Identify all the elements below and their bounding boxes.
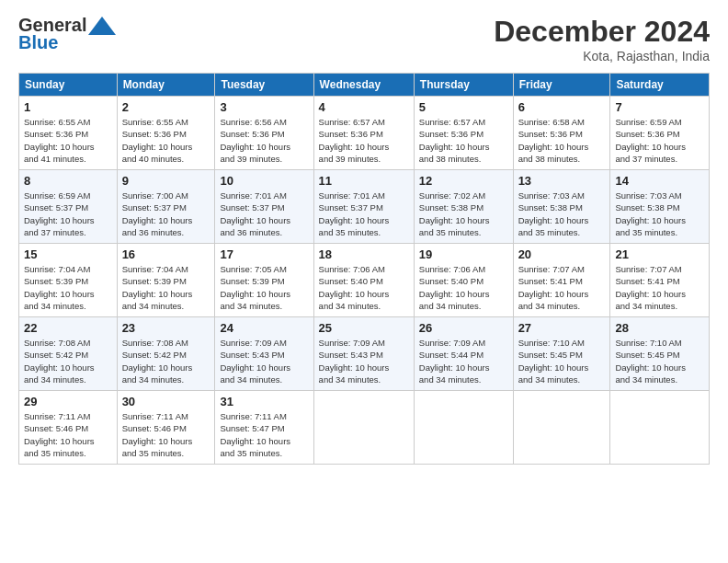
calendar-cell: 31Sunrise: 7:11 AMSunset: 5:47 PMDayligh… (215, 391, 313, 465)
day-number: 15 (24, 247, 112, 261)
day-number: 3 (220, 100, 308, 114)
day-info: Sunrise: 7:08 AMSunset: 5:42 PMDaylight:… (24, 337, 112, 385)
day-number: 22 (24, 321, 112, 335)
day-info: Sunrise: 7:04 AMSunset: 5:39 PMDaylight:… (24, 263, 112, 312)
calendar-cell: 5Sunrise: 6:57 AMSunset: 5:36 PMDaylight… (414, 97, 513, 170)
calendar-cell (513, 391, 610, 465)
calendar-cell: 8Sunrise: 6:59 AMSunset: 5:37 PMDaylight… (19, 170, 118, 244)
day-number: 18 (319, 247, 409, 261)
header-row: Sunday Monday Tuesday Wednesday Thursday… (19, 74, 710, 97)
logo: General Blue (18, 15, 116, 53)
day-info: Sunrise: 7:02 AMSunset: 5:38 PMDaylight:… (419, 190, 508, 238)
logo-icon (88, 17, 116, 35)
header: General Blue December 2024 Kota, Rajasth… (18, 15, 710, 63)
main-title: December 2024 (494, 15, 710, 49)
calendar-cell (313, 391, 414, 465)
day-info: Sunrise: 7:01 AMSunset: 5:37 PMDaylight:… (319, 190, 409, 238)
calendar-cell: 13Sunrise: 7:03 AMSunset: 5:38 PMDayligh… (513, 170, 610, 244)
calendar-cell: 10Sunrise: 7:01 AMSunset: 5:37 PMDayligh… (215, 170, 313, 244)
day-info: Sunrise: 7:09 AMSunset: 5:43 PMDaylight:… (220, 337, 308, 385)
day-info: Sunrise: 6:59 AMSunset: 5:36 PMDaylight:… (615, 116, 704, 165)
day-number: 5 (419, 100, 508, 114)
day-number: 13 (518, 174, 606, 188)
day-number: 16 (122, 247, 210, 261)
calendar-week-4: 22Sunrise: 7:08 AMSunset: 5:42 PMDayligh… (19, 317, 710, 391)
title-block: December 2024 Kota, Rajasthan, India (494, 15, 710, 63)
col-wednesday: Wednesday (313, 74, 414, 97)
day-info: Sunrise: 7:07 AMSunset: 5:41 PMDaylight:… (615, 263, 704, 312)
day-info: Sunrise: 7:03 AMSunset: 5:38 PMDaylight:… (615, 190, 704, 238)
calendar-header: Sunday Monday Tuesday Wednesday Thursday… (19, 74, 710, 97)
day-number: 1 (24, 100, 112, 114)
calendar-week-3: 15Sunrise: 7:04 AMSunset: 5:39 PMDayligh… (19, 244, 710, 317)
day-info: Sunrise: 6:56 AMSunset: 5:36 PMDaylight:… (220, 116, 308, 165)
calendar-cell: 12Sunrise: 7:02 AMSunset: 5:38 PMDayligh… (414, 170, 513, 244)
calendar-cell: 27Sunrise: 7:10 AMSunset: 5:45 PMDayligh… (513, 317, 610, 391)
day-number: 30 (122, 395, 210, 408)
day-number: 19 (419, 247, 508, 261)
day-number: 9 (122, 174, 210, 188)
day-info: Sunrise: 6:58 AMSunset: 5:36 PMDaylight:… (518, 116, 606, 165)
calendar-cell: 2Sunrise: 6:55 AMSunset: 5:36 PMDaylight… (117, 97, 215, 170)
day-number: 10 (220, 174, 308, 188)
calendar-cell: 14Sunrise: 7:03 AMSunset: 5:38 PMDayligh… (610, 170, 710, 244)
day-number: 17 (220, 247, 308, 261)
col-monday: Monday (117, 74, 215, 97)
day-info: Sunrise: 7:11 AMSunset: 5:47 PMDaylight:… (220, 410, 308, 459)
logo-blue: Blue (18, 32, 58, 53)
calendar-cell: 16Sunrise: 7:04 AMSunset: 5:39 PMDayligh… (117, 244, 215, 317)
calendar-cell: 1Sunrise: 6:55 AMSunset: 5:36 PMDaylight… (19, 97, 118, 170)
calendar-cell: 19Sunrise: 7:06 AMSunset: 5:40 PMDayligh… (414, 244, 513, 317)
day-info: Sunrise: 6:57 AMSunset: 5:36 PMDaylight:… (419, 116, 508, 165)
calendar-cell: 30Sunrise: 7:11 AMSunset: 5:46 PMDayligh… (117, 391, 215, 465)
calendar-cell: 22Sunrise: 7:08 AMSunset: 5:42 PMDayligh… (19, 317, 118, 391)
calendar-cell: 7Sunrise: 6:59 AMSunset: 5:36 PMDaylight… (610, 97, 710, 170)
calendar-cell (610, 391, 710, 465)
calendar-week-5: 29Sunrise: 7:11 AMSunset: 5:46 PMDayligh… (19, 391, 710, 465)
calendar-cell: 4Sunrise: 6:57 AMSunset: 5:36 PMDaylight… (313, 97, 414, 170)
calendar-cell: 25Sunrise: 7:09 AMSunset: 5:43 PMDayligh… (313, 317, 414, 391)
calendar-cell: 6Sunrise: 6:58 AMSunset: 5:36 PMDaylight… (513, 97, 610, 170)
calendar-cell: 29Sunrise: 7:11 AMSunset: 5:46 PMDayligh… (19, 391, 118, 465)
calendar-cell (414, 391, 513, 465)
calendar-week-1: 1Sunrise: 6:55 AMSunset: 5:36 PMDaylight… (19, 97, 710, 170)
calendar-table: Sunday Monday Tuesday Wednesday Thursday… (18, 73, 710, 465)
subtitle: Kota, Rajasthan, India (494, 49, 710, 63)
day-info: Sunrise: 7:04 AMSunset: 5:39 PMDaylight:… (122, 263, 210, 312)
day-number: 11 (319, 174, 409, 188)
day-info: Sunrise: 7:09 AMSunset: 5:43 PMDaylight:… (319, 337, 409, 385)
day-number: 8 (24, 174, 112, 188)
day-info: Sunrise: 7:03 AMSunset: 5:38 PMDaylight:… (518, 190, 606, 238)
day-info: Sunrise: 7:06 AMSunset: 5:40 PMDaylight:… (319, 263, 409, 312)
col-sunday: Sunday (19, 74, 118, 97)
day-number: 26 (419, 321, 508, 335)
day-info: Sunrise: 7:11 AMSunset: 5:46 PMDaylight:… (122, 410, 210, 459)
day-info: Sunrise: 6:55 AMSunset: 5:36 PMDaylight:… (24, 116, 112, 165)
day-number: 27 (518, 321, 606, 335)
day-number: 25 (319, 321, 409, 335)
calendar-cell: 9Sunrise: 7:00 AMSunset: 5:37 PMDaylight… (117, 170, 215, 244)
day-number: 20 (518, 247, 606, 261)
day-info: Sunrise: 7:06 AMSunset: 5:40 PMDaylight:… (419, 263, 508, 312)
day-number: 29 (24, 395, 112, 408)
day-info: Sunrise: 7:09 AMSunset: 5:44 PMDaylight:… (419, 337, 508, 385)
day-number: 31 (220, 395, 308, 408)
calendar-cell: 23Sunrise: 7:08 AMSunset: 5:42 PMDayligh… (117, 317, 215, 391)
day-info: Sunrise: 6:59 AMSunset: 5:37 PMDaylight:… (24, 190, 112, 238)
day-number: 23 (122, 321, 210, 335)
day-info: Sunrise: 7:00 AMSunset: 5:37 PMDaylight:… (122, 190, 210, 238)
day-number: 21 (615, 247, 704, 261)
calendar-cell: 24Sunrise: 7:09 AMSunset: 5:43 PMDayligh… (215, 317, 313, 391)
day-info: Sunrise: 7:10 AMSunset: 5:45 PMDaylight:… (518, 337, 606, 385)
day-number: 4 (319, 100, 409, 114)
calendar-body: 1Sunrise: 6:55 AMSunset: 5:36 PMDaylight… (19, 97, 710, 465)
day-number: 7 (615, 100, 704, 114)
svg-marker-0 (88, 17, 116, 35)
calendar-cell: 3Sunrise: 6:56 AMSunset: 5:36 PMDaylight… (215, 97, 313, 170)
day-number: 6 (518, 100, 606, 114)
day-info: Sunrise: 7:10 AMSunset: 5:45 PMDaylight:… (615, 337, 704, 385)
day-number: 28 (615, 321, 704, 335)
page: General Blue December 2024 Kota, Rajasth… (0, 0, 728, 563)
day-info: Sunrise: 7:01 AMSunset: 5:37 PMDaylight:… (220, 190, 308, 238)
day-info: Sunrise: 6:57 AMSunset: 5:36 PMDaylight:… (319, 116, 409, 165)
